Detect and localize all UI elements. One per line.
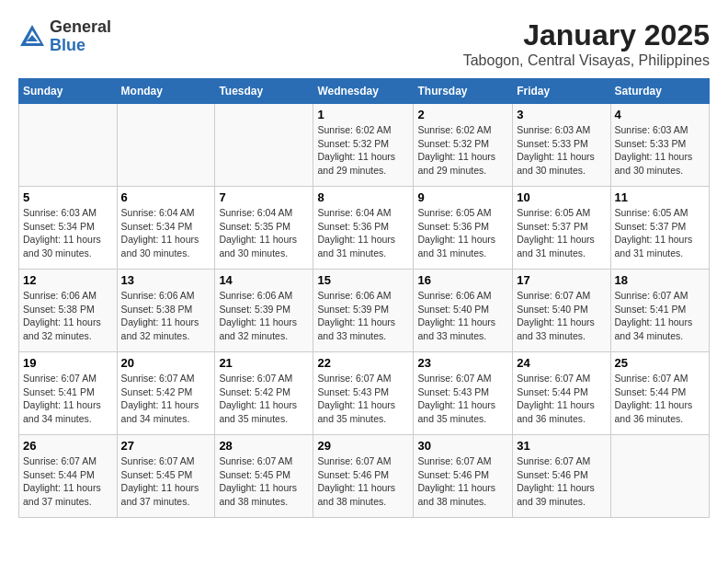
day-number: 7 bbox=[219, 190, 309, 204]
day-number: 2 bbox=[417, 108, 508, 121]
day-number: 11 bbox=[615, 190, 705, 204]
calendar-cell: 6Sunrise: 6:04 AM Sunset: 5:34 PM Daylig… bbox=[117, 187, 215, 270]
day-number: 16 bbox=[417, 273, 508, 287]
calendar-cell: 20Sunrise: 6:07 AM Sunset: 5:42 PM Dayli… bbox=[117, 352, 215, 435]
calendar-cell: 19Sunrise: 6:07 AM Sunset: 5:41 PM Dayli… bbox=[19, 352, 118, 435]
calendar-table: SundayMondayTuesdayWednesdayThursdayFrid… bbox=[18, 78, 710, 518]
day-number: 5 bbox=[23, 190, 113, 204]
calendar-cell: 7Sunrise: 6:04 AM Sunset: 5:35 PM Daylig… bbox=[215, 187, 313, 270]
day-info: Sunrise: 6:07 AM Sunset: 5:45 PM Dayligh… bbox=[121, 454, 211, 509]
calendar-week-1: 1Sunrise: 6:02 AM Sunset: 5:32 PM Daylig… bbox=[19, 104, 710, 187]
calendar-cell: 15Sunrise: 6:06 AM Sunset: 5:39 PM Dayli… bbox=[313, 270, 414, 352]
day-number: 30 bbox=[417, 439, 508, 453]
logo: General Blue bbox=[18, 18, 111, 55]
calendar-cell: 30Sunrise: 6:07 AM Sunset: 5:46 PM Dayli… bbox=[414, 435, 513, 518]
day-number: 19 bbox=[23, 356, 113, 370]
day-number: 28 bbox=[219, 439, 309, 453]
calendar-cell: 1Sunrise: 6:02 AM Sunset: 5:32 PM Daylig… bbox=[313, 104, 414, 187]
calendar-cell: 23Sunrise: 6:07 AM Sunset: 5:43 PM Dayli… bbox=[414, 352, 513, 435]
calendar-cell: 25Sunrise: 6:07 AM Sunset: 5:44 PM Dayli… bbox=[610, 352, 709, 435]
calendar-header: SundayMondayTuesdayWednesdayThursdayFrid… bbox=[19, 79, 710, 104]
calendar-cell: 21Sunrise: 6:07 AM Sunset: 5:42 PM Dayli… bbox=[215, 352, 313, 435]
day-number: 9 bbox=[417, 190, 508, 204]
day-number: 14 bbox=[219, 273, 309, 287]
day-number: 13 bbox=[121, 273, 211, 287]
calendar-cell: 22Sunrise: 6:07 AM Sunset: 5:43 PM Dayli… bbox=[313, 352, 414, 435]
day-number: 29 bbox=[317, 439, 409, 453]
day-number: 8 bbox=[317, 190, 409, 204]
calendar-cell bbox=[117, 104, 215, 187]
day-number: 24 bbox=[517, 356, 606, 370]
day-number: 6 bbox=[121, 190, 211, 204]
day-info: Sunrise: 6:06 AM Sunset: 5:38 PM Dayligh… bbox=[121, 289, 211, 343]
calendar-cell: 26Sunrise: 6:07 AM Sunset: 5:44 PM Dayli… bbox=[19, 435, 118, 518]
calendar-cell: 17Sunrise: 6:07 AM Sunset: 5:40 PM Dayli… bbox=[513, 270, 610, 352]
day-header-wednesday: Wednesday bbox=[313, 79, 414, 104]
calendar-cell: 18Sunrise: 6:07 AM Sunset: 5:41 PM Dayli… bbox=[610, 270, 709, 352]
day-number: 12 bbox=[23, 273, 113, 287]
calendar-cell bbox=[610, 435, 709, 518]
day-info: Sunrise: 6:07 AM Sunset: 5:44 PM Dayligh… bbox=[615, 372, 705, 426]
calendar-cell: 4Sunrise: 6:03 AM Sunset: 5:33 PM Daylig… bbox=[610, 104, 709, 187]
day-info: Sunrise: 6:05 AM Sunset: 5:37 PM Dayligh… bbox=[615, 206, 705, 260]
day-number: 25 bbox=[615, 356, 705, 370]
day-info: Sunrise: 6:07 AM Sunset: 5:42 PM Dayligh… bbox=[219, 372, 309, 426]
day-info: Sunrise: 6:03 AM Sunset: 5:34 PM Dayligh… bbox=[23, 206, 113, 260]
day-info: Sunrise: 6:07 AM Sunset: 5:41 PM Dayligh… bbox=[23, 372, 113, 426]
day-number: 22 bbox=[317, 356, 409, 370]
day-info: Sunrise: 6:04 AM Sunset: 5:34 PM Dayligh… bbox=[121, 206, 211, 260]
day-info: Sunrise: 6:04 AM Sunset: 5:36 PM Dayligh… bbox=[317, 206, 409, 260]
day-info: Sunrise: 6:05 AM Sunset: 5:36 PM Dayligh… bbox=[417, 206, 508, 260]
day-info: Sunrise: 6:07 AM Sunset: 5:46 PM Dayligh… bbox=[317, 454, 409, 509]
day-info: Sunrise: 6:07 AM Sunset: 5:41 PM Dayligh… bbox=[615, 289, 705, 343]
page-title: January 2025 bbox=[463, 18, 710, 52]
page-subtitle: Tabogon, Central Visayas, Philippines bbox=[463, 52, 710, 69]
day-number: 20 bbox=[121, 356, 211, 370]
day-number: 15 bbox=[317, 273, 409, 287]
day-info: Sunrise: 6:07 AM Sunset: 5:45 PM Dayligh… bbox=[219, 454, 309, 509]
day-info: Sunrise: 6:02 AM Sunset: 5:32 PM Dayligh… bbox=[317, 123, 409, 178]
day-info: Sunrise: 6:07 AM Sunset: 5:40 PM Dayligh… bbox=[517, 289, 606, 343]
calendar-cell: 3Sunrise: 6:03 AM Sunset: 5:33 PM Daylig… bbox=[513, 104, 610, 187]
calendar-cell: 29Sunrise: 6:07 AM Sunset: 5:46 PM Dayli… bbox=[313, 435, 414, 518]
calendar-cell: 31Sunrise: 6:07 AM Sunset: 5:46 PM Dayli… bbox=[513, 435, 610, 518]
calendar-cell: 2Sunrise: 6:02 AM Sunset: 5:32 PM Daylig… bbox=[414, 104, 513, 187]
day-header-tuesday: Tuesday bbox=[215, 79, 313, 104]
calendar-cell bbox=[19, 104, 118, 187]
logo-general-text: General bbox=[50, 18, 111, 37]
day-info: Sunrise: 6:03 AM Sunset: 5:33 PM Dayligh… bbox=[517, 123, 606, 178]
logo-blue-text: Blue bbox=[50, 37, 111, 55]
page-header: General Blue January 2025 Tabogon, Centr… bbox=[18, 18, 710, 69]
day-number: 1 bbox=[317, 108, 409, 121]
day-info: Sunrise: 6:03 AM Sunset: 5:33 PM Dayligh… bbox=[615, 123, 705, 178]
day-header-row: SundayMondayTuesdayWednesdayThursdayFrid… bbox=[19, 79, 710, 104]
calendar-cell: 24Sunrise: 6:07 AM Sunset: 5:44 PM Dayli… bbox=[513, 352, 610, 435]
day-header-sunday: Sunday bbox=[19, 79, 118, 104]
day-info: Sunrise: 6:05 AM Sunset: 5:37 PM Dayligh… bbox=[517, 206, 606, 260]
calendar-cell: 27Sunrise: 6:07 AM Sunset: 5:45 PM Dayli… bbox=[117, 435, 215, 518]
calendar-cell: 11Sunrise: 6:05 AM Sunset: 5:37 PM Dayli… bbox=[610, 187, 709, 270]
calendar-week-3: 12Sunrise: 6:06 AM Sunset: 5:38 PM Dayli… bbox=[19, 270, 710, 352]
calendar-cell: 9Sunrise: 6:05 AM Sunset: 5:36 PM Daylig… bbox=[414, 187, 513, 270]
day-number: 3 bbox=[517, 108, 606, 121]
day-info: Sunrise: 6:07 AM Sunset: 5:46 PM Dayligh… bbox=[517, 454, 606, 509]
calendar-cell: 10Sunrise: 6:05 AM Sunset: 5:37 PM Dayli… bbox=[513, 187, 610, 270]
day-number: 21 bbox=[219, 356, 309, 370]
day-info: Sunrise: 6:07 AM Sunset: 5:43 PM Dayligh… bbox=[317, 372, 409, 426]
logo-icon bbox=[18, 23, 46, 51]
day-info: Sunrise: 6:04 AM Sunset: 5:35 PM Dayligh… bbox=[219, 206, 309, 260]
day-header-thursday: Thursday bbox=[414, 79, 513, 104]
day-info: Sunrise: 6:06 AM Sunset: 5:38 PM Dayligh… bbox=[23, 289, 113, 343]
day-number: 10 bbox=[517, 190, 606, 204]
day-info: Sunrise: 6:07 AM Sunset: 5:43 PM Dayligh… bbox=[417, 372, 508, 426]
day-number: 18 bbox=[615, 273, 705, 287]
calendar-cell: 5Sunrise: 6:03 AM Sunset: 5:34 PM Daylig… bbox=[19, 187, 118, 270]
day-info: Sunrise: 6:07 AM Sunset: 5:44 PM Dayligh… bbox=[23, 454, 113, 509]
day-info: Sunrise: 6:02 AM Sunset: 5:32 PM Dayligh… bbox=[417, 123, 508, 178]
calendar-week-2: 5Sunrise: 6:03 AM Sunset: 5:34 PM Daylig… bbox=[19, 187, 710, 270]
calendar-cell: 8Sunrise: 6:04 AM Sunset: 5:36 PM Daylig… bbox=[313, 187, 414, 270]
day-info: Sunrise: 6:07 AM Sunset: 5:44 PM Dayligh… bbox=[517, 372, 606, 426]
calendar-cell bbox=[215, 104, 313, 187]
day-header-saturday: Saturday bbox=[610, 79, 709, 104]
day-info: Sunrise: 6:06 AM Sunset: 5:39 PM Dayligh… bbox=[219, 289, 309, 343]
